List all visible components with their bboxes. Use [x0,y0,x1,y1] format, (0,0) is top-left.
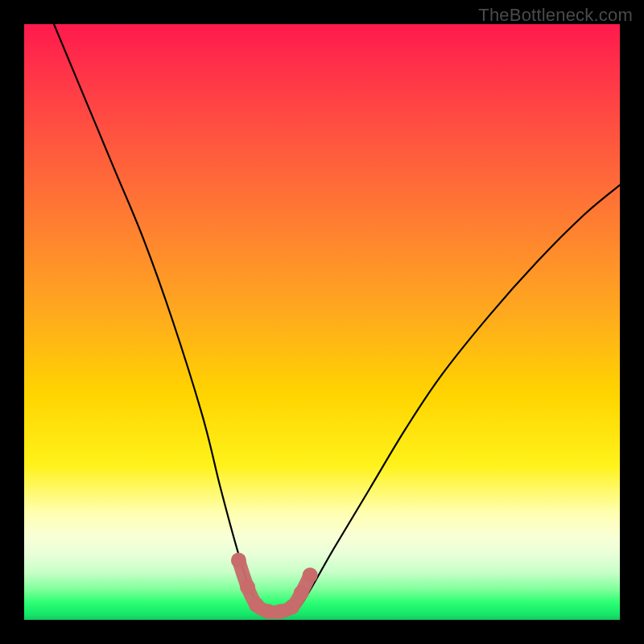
watermark-text: TheBottleneck.com [478,5,633,26]
trough-marker-dot [240,580,255,595]
curve-layer [24,24,620,620]
trough-marker-dot [303,568,318,583]
plot-area [24,24,620,620]
outer-frame: TheBottleneck.com [0,0,644,644]
trough-marker-dot [294,585,309,601]
bottleneck-curve [54,24,620,615]
trough-marker-dot [231,553,246,568]
trough-marker-dot [285,599,300,614]
